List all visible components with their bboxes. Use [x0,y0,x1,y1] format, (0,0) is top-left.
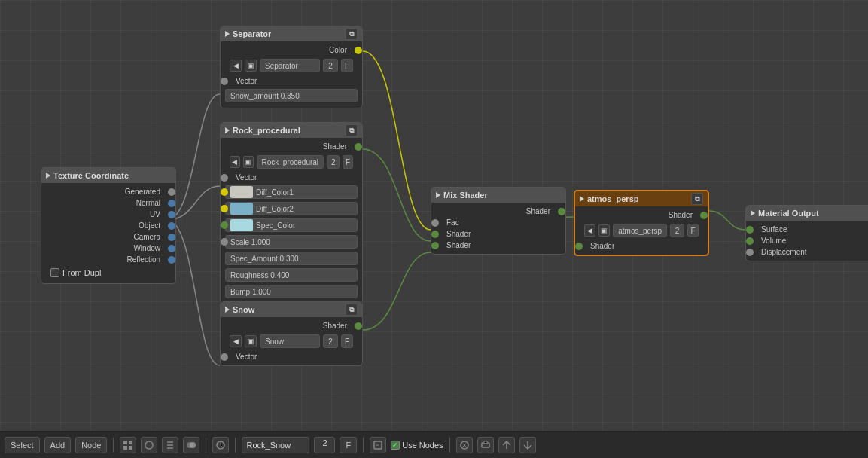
roughness-row: Roughness 0.400 [225,267,358,282]
selector-prev-btn[interactable]: ◀ [230,335,242,347]
icon-btn-5[interactable] [212,437,229,453]
window-socket[interactable] [168,245,175,252]
object-socket[interactable] [168,222,175,230]
node-name-input[interactable] [242,437,309,453]
output-generated: Generated [46,186,171,197]
selector-icon-btn[interactable]: ▣ [245,335,257,347]
rock-header[interactable]: Rock_procedural ⧉ [221,123,362,138]
toolbar-divider-2 [206,438,206,453]
icon-btn-6[interactable] [370,437,386,453]
selector-icon-btn[interactable]: ▣ [245,60,257,72]
diff-color1-socket[interactable] [221,188,228,196]
generated-socket[interactable] [168,188,175,196]
icon-btn-3[interactable] [162,437,178,453]
node-title: atmos_persp [587,194,638,203]
separator-header[interactable]: Separator ⧉ [221,26,362,41]
node-f-btn[interactable]: F [340,437,357,453]
vector-socket[interactable] [221,78,228,85]
selector-prev-btn[interactable]: ◀ [230,156,240,168]
material-body: Surface Volume Displacement [746,221,868,261]
selector-icon-btn[interactable]: ▣ [598,224,610,237]
shader-input-socket[interactable] [575,243,583,250]
atmos-header[interactable]: atmos_persp ⧉ [575,191,708,206]
camera-socket[interactable] [168,234,175,241]
scale-field[interactable]: Scale 1.000 [225,235,358,249]
snow-selector: ◀ ▣ Snow 2 F [230,334,353,348]
shader1-socket[interactable] [431,231,439,238]
node-menu[interactable]: Node [75,437,107,453]
spec-color-socket[interactable] [221,221,228,229]
from-dupli-label: From Dupli [62,268,103,277]
displacement-socket[interactable] [746,249,754,256]
svg-rect-1 [129,441,132,444]
diff-color2-socket[interactable] [221,205,228,212]
mix-shader-header[interactable]: Mix Shader [431,188,565,203]
add-menu[interactable]: Add [44,437,72,453]
snow-icon-btn[interactable]: ⧉ [346,304,358,316]
icon-btn-2[interactable] [141,437,157,453]
texture-coordinate-node: Texture Coordinate Generated Normal UV O… [41,167,176,284]
material-header[interactable]: Material Output [746,206,868,221]
diff-color1-swatch [230,186,253,198]
node-title: Snow [233,305,254,314]
selector-label[interactable]: Rock_procedural [257,155,324,169]
output-camera: Camera [46,231,171,243]
shader-output-socket[interactable] [700,212,708,219]
selector-prev-btn[interactable]: ◀ [584,224,595,237]
fac-socket[interactable] [431,219,439,227]
svg-point-4 [145,441,153,449]
rock-icon-btn[interactable]: ⧉ [346,124,358,136]
texture-coordinate-header[interactable]: Texture Coordinate [41,168,175,183]
spec-color-row: Spec_Color [225,218,358,233]
diff-color1-field[interactable]: Diff_Color1 [225,185,358,199]
diff-color2-field[interactable]: Diff_Color2 [225,202,358,215]
icon-btn-8[interactable] [477,437,494,453]
selector-icon-btn[interactable]: ▣ [243,156,254,168]
icon-btn-9[interactable] [498,437,515,453]
snow-node: Snow ⧉ Shader ◀ ▣ Snow 2 F Vector [220,301,363,366]
volume-input: Volume [751,235,868,246]
selector-num: 2 [327,155,340,169]
node-title: Rock_procedural [233,126,300,135]
volume-socket[interactable] [746,237,754,245]
from-dupli-checkbox[interactable] [50,268,59,277]
selector-label[interactable]: Separator [260,59,320,72]
separator-icon-btn[interactable]: ⧉ [346,28,358,40]
reflection-socket[interactable] [168,256,175,264]
svg-rect-2 [123,446,127,450]
icon-btn-10[interactable] [519,437,536,453]
color-output-socket[interactable] [355,47,362,54]
surface-socket[interactable] [746,226,754,234]
collapse-icon [225,31,230,37]
vector-socket[interactable] [221,353,228,361]
node-editor-canvas[interactable]: Texture Coordinate Generated Normal UV O… [0,0,868,431]
normal-socket[interactable] [168,200,175,207]
spec-color-field[interactable]: Spec_Color [225,218,358,232]
selector-label[interactable]: atmos_persp [613,224,667,237]
rock-shader-output: Shader [225,141,358,152]
collapse-icon [580,196,584,202]
uv-socket[interactable] [168,211,175,218]
shader2-socket[interactable] [431,242,439,249]
bump-field[interactable]: Bump 1.000 [225,285,358,298]
snow-amount-field[interactable]: Snow_amount 0.350 [225,89,358,102]
selector-label[interactable]: Snow [260,334,320,348]
snow-header[interactable]: Snow ⧉ [221,302,362,317]
roughness-field[interactable]: Roughness 0.400 [225,268,358,282]
atmos-icon-btn[interactable]: ⧉ [691,193,703,205]
fac-input: Fac [436,217,561,228]
selector-f: F [687,224,699,237]
vector-socket[interactable] [221,174,228,182]
selector-f: F [343,155,353,169]
select-menu[interactable]: Select [5,437,40,453]
spec-amount-field[interactable]: Spec_Amount 0.300 [225,252,358,265]
shader-output-socket[interactable] [355,322,362,330]
selector-prev-btn[interactable]: ◀ [230,60,242,72]
shader-output-socket[interactable] [558,208,565,215]
icon-btn-1[interactable] [120,437,136,453]
shader-output-socket[interactable] [355,143,362,151]
displacement-input: Displacement [751,246,868,258]
use-nodes-checkbox[interactable]: ✓ [391,441,400,450]
icon-btn-7[interactable] [456,437,473,453]
icon-btn-4[interactable] [183,437,199,453]
